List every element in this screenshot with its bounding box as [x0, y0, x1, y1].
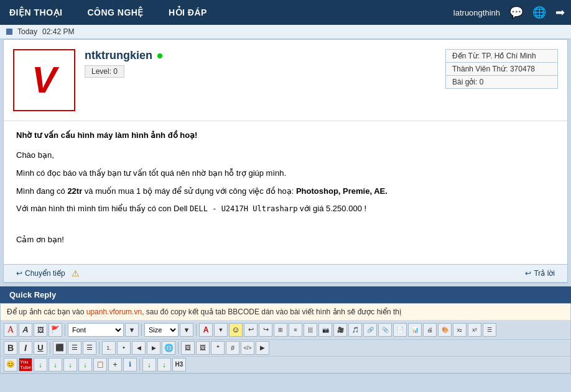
- table-col-icon[interactable]: |||: [304, 323, 317, 337]
- nav-item-dienthoai[interactable]: ĐIỆN THOẠI: [6, 7, 65, 17]
- size-selector[interactable]: Size: [144, 323, 179, 337]
- undo-button[interactable]: ↩: [244, 323, 258, 337]
- ordered-list-button[interactable]: 1.: [102, 341, 116, 355]
- post-title: Nhờ tư vấn cấu hình máy làm hình ảnh đồ …: [16, 130, 555, 140]
- hashtag-button[interactable]: #: [226, 341, 239, 355]
- font-style-a2-icon[interactable]: A: [19, 323, 32, 337]
- plus-button[interactable]: +: [108, 358, 122, 371]
- extra-icon1[interactable]: x₂: [453, 323, 467, 337]
- bold-button[interactable]: B: [4, 341, 17, 355]
- media-icon3[interactable]: 🎵: [348, 323, 362, 337]
- globe-icon[interactable]: 🌐: [532, 6, 546, 19]
- italic-button[interactable]: I: [19, 341, 32, 355]
- link-icon[interactable]: 🔗: [363, 323, 377, 337]
- info-button[interactable]: ℹ: [123, 358, 137, 371]
- forward-label: Chuyển tiếp: [25, 269, 65, 278]
- online-indicator: [157, 53, 162, 58]
- nav-item-congnghe[interactable]: CÔNG NGHỆ: [84, 7, 147, 17]
- toolbar-row2: B I U ⬛ ☰ ☰ 1. • ◀ ▶ 🌐 🖼 🖼 ❝ # </> ▶: [1, 340, 570, 357]
- doc-icon[interactable]: 📄: [393, 323, 407, 337]
- action-right: ↩ Trả lời: [522, 268, 558, 279]
- table-row-icon[interactable]: ≡: [289, 323, 302, 337]
- table-icon[interactable]: ⊞: [274, 323, 287, 337]
- reply-label: Trả lời: [534, 269, 555, 278]
- level-badge: Level: 0: [85, 65, 124, 78]
- arrow-down-button[interactable]: ↓: [34, 358, 47, 371]
- avatar: V: [13, 49, 75, 111]
- post-content: Nhờ tư vấn cấu hình máy làm hình ảnh đồ …: [4, 121, 567, 264]
- print-icon[interactable]: 🖨: [423, 323, 437, 337]
- username-row: ntktrungkien: [85, 49, 436, 62]
- align-right-button[interactable]: ☰: [83, 341, 96, 355]
- file-icon[interactable]: 📎: [378, 323, 392, 337]
- meta-table: Đến Từ: TP. Hồ Chí Minh Thành Viên Thứ: …: [445, 49, 558, 89]
- extra-icon2[interactable]: x²: [468, 323, 481, 337]
- font-selector[interactable]: Font: [68, 323, 124, 337]
- user-info-area: ntktrungkien Level: 0: [85, 49, 436, 111]
- code-button[interactable]: </>: [241, 341, 254, 355]
- youtube-button[interactable]: YouTube: [19, 358, 32, 371]
- message-icon[interactable]: 💬: [509, 6, 523, 19]
- image2-button[interactable]: 🖼: [196, 341, 210, 355]
- spreadsheet-icon[interactable]: 📊: [408, 323, 422, 337]
- nav-item-hoidap[interactable]: HỎI ĐÁP: [165, 7, 210, 17]
- emoji-button[interactable]: 😊: [4, 358, 17, 371]
- font-dropdown-icon[interactable]: ▼: [125, 323, 139, 337]
- arrow-down2-button[interactable]: ↓: [49, 358, 62, 371]
- quick-reply-area: Để up ảnh các bạn vào upanh.vforum.vn, s…: [0, 303, 571, 374]
- toolbar-row1-inner: A A 🖼 🚩 Font ▼ Size ▼ A ▼ ☺ ↩ ↪: [4, 323, 567, 337]
- underline-button[interactable]: U: [34, 341, 47, 355]
- extra-icon3[interactable]: ☰: [483, 323, 496, 337]
- action-bar: ↩ Chuyển tiếp ⚠ ↩ Trả lời: [4, 264, 567, 283]
- post-line4-mono: DELL - U2417H Ultrasharp: [190, 204, 297, 213]
- list-icon-button[interactable]: 📋: [93, 358, 107, 371]
- media2-button[interactable]: ▶: [256, 341, 269, 355]
- action-left: ↩ Chuyển tiếp ⚠: [13, 268, 80, 279]
- font-style-a-icon[interactable]: A: [4, 323, 17, 337]
- h3-button[interactable]: H3: [172, 358, 186, 371]
- palette-icon[interactable]: 🎨: [438, 323, 452, 337]
- post-line3: Mình đang có 22tr và muốn mua 1 bộ máy đ…: [16, 185, 555, 198]
- color-dropdown-icon[interactable]: ▼: [214, 323, 228, 337]
- post-line4-post: với giá 5.250.000 !: [297, 204, 366, 213]
- separator6: [178, 342, 179, 354]
- meta-location: Đến Từ: TP. Hồ Chí Minh: [446, 50, 558, 63]
- smiley-button[interactable]: ☺: [229, 323, 243, 337]
- username[interactable]: ntktrungkien: [85, 49, 152, 62]
- arrow-down5-button[interactable]: ↓: [142, 358, 156, 371]
- arrow-down6-button[interactable]: ↓: [157, 358, 171, 371]
- globe-button[interactable]: 🌐: [162, 341, 175, 355]
- post-line3-pre: Mình đang có: [16, 186, 67, 196]
- image-insert-icon[interactable]: 🖼: [34, 323, 47, 337]
- indent-left-button[interactable]: ◀: [132, 341, 146, 355]
- timestamp-today: Today: [17, 27, 37, 36]
- size-dropdown-icon[interactable]: ▼: [180, 323, 193, 337]
- indent-right-button[interactable]: ▶: [147, 341, 160, 355]
- timestamp-dot-icon: [6, 29, 12, 35]
- unordered-list-button[interactable]: •: [117, 341, 131, 355]
- timestamp-time: 02:42 PM: [42, 27, 74, 36]
- nav-username: latruongthinh: [453, 8, 500, 17]
- avatar-area: V: [13, 49, 75, 111]
- reply-button[interactable]: ↩ Trả lời: [522, 268, 558, 279]
- separator4: [50, 342, 50, 354]
- align-left-button[interactable]: ⬛: [53, 341, 67, 355]
- media-icon2[interactable]: 🎥: [333, 323, 347, 337]
- media-icon1[interactable]: 📷: [318, 323, 332, 337]
- logout-icon[interactable]: ➡: [555, 6, 565, 19]
- quote-button[interactable]: ❝: [211, 341, 225, 355]
- arrow-down3-button[interactable]: ↓: [63, 358, 77, 371]
- post-line4: Với màn hình thì mình tìm hiểu thấy có c…: [16, 203, 555, 216]
- flag-icon[interactable]: 🚩: [49, 323, 62, 337]
- forward-button[interactable]: ↩ Chuyển tiếp: [13, 268, 68, 279]
- image-button[interactable]: 🖼: [181, 341, 195, 355]
- arrow-down4-button[interactable]: ↓: [78, 358, 92, 371]
- font-color-button[interactable]: A: [199, 323, 213, 337]
- info-link[interactable]: upanh.vforum.vn: [86, 308, 142, 316]
- separator2: [141, 324, 142, 336]
- align-center-button[interactable]: ☰: [68, 341, 81, 355]
- redo-button[interactable]: ↪: [259, 323, 272, 337]
- warn-icon[interactable]: ⚠: [72, 268, 80, 278]
- post-line1: Chào bạn,: [16, 149, 555, 162]
- navigation-bar: ĐIỆN THOẠI CÔNG NGHỆ HỎI ĐÁP latruongthi…: [0, 0, 571, 25]
